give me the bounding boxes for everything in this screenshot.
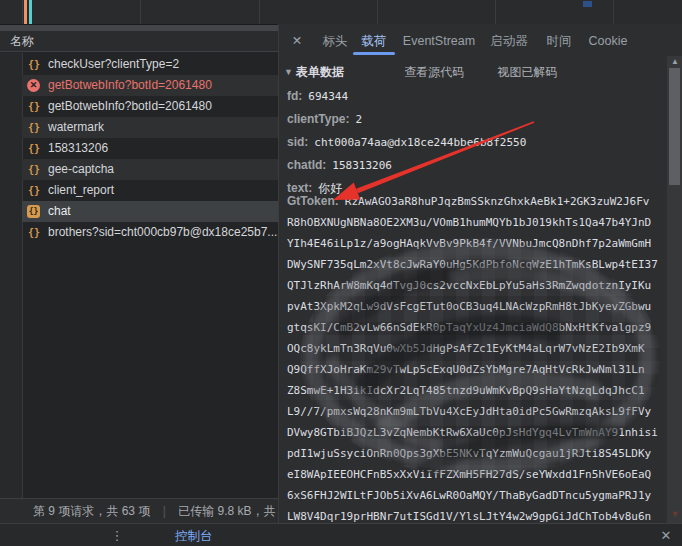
drawer-tab-console[interactable]: 控制台 xyxy=(175,525,213,546)
active-tab-underline xyxy=(353,52,395,55)
xhr-request-icon: {} xyxy=(27,142,41,155)
overview-gridline xyxy=(259,0,260,24)
field-key: clientType: xyxy=(287,112,349,126)
payload-field-gttoken: GtToken:RzAwAGO3aR8huPJqzBmSSknzGhxkAeBk… xyxy=(287,191,665,523)
drawer-bar: ⋮ 控制台 ✕ xyxy=(0,523,682,546)
tab-cookie[interactable]: Cookie xyxy=(585,29,631,53)
xhr-request-icon-selected: {} xyxy=(27,205,40,218)
request-count-text: 第 9 项请求，共 63 项 xyxy=(33,504,150,518)
form-data-title: 表单数据 xyxy=(296,65,344,79)
view-decoded-link[interactable]: 视图已解码 xyxy=(498,65,558,79)
request-row-checkuser[interactable]: {} checkUser?clientType=2 xyxy=(22,54,278,75)
request-row-brothers[interactable]: {} brothers?sid=cht000cb97b@dx18ce25b7..… xyxy=(22,222,278,243)
xhr-request-icon: {} xyxy=(27,100,41,113)
request-label: getBotwebInfo?botId=2061480 xyxy=(48,78,212,92)
request-row-watermark[interactable]: {} watermark xyxy=(22,117,278,138)
request-row-gee-captcha[interactable]: {} gee-captcha xyxy=(22,159,278,180)
field-value: cht000a74aa@dx18ce244bbe6b8f2550 xyxy=(314,136,526,149)
request-list: {} checkUser?clientType=2 ✕ getBotwebInf… xyxy=(0,53,278,498)
token-line: QTJlzRhArW8mKq4dTvgJ0cs2vccNxEbLpYu5aHs3… xyxy=(287,275,665,296)
request-row-158313206[interactable]: {} 158313206 xyxy=(22,138,278,159)
request-row-chat[interactable]: {} chat xyxy=(22,201,278,222)
status-separator: | xyxy=(163,499,166,523)
scroll-down-button[interactable]: ▼ xyxy=(669,508,681,520)
token-line: RzAwAGO3aR8huPJqzBmSSknzGhxkAeBk1+2GK3zu… xyxy=(345,195,650,208)
overview-gridline xyxy=(140,0,141,24)
view-source-link[interactable]: 查看源代码 xyxy=(404,65,464,79)
field-key: sid: xyxy=(287,135,308,149)
overview-request-marker-teal xyxy=(29,0,32,24)
request-label: client_report xyxy=(48,183,114,197)
close-details-button[interactable]: ✕ xyxy=(287,29,307,53)
error-icon: ✕ xyxy=(27,79,40,92)
token-line: R8hOBXNUgNBNa8OE2XM3u/VOmB1humMQYb1bJ019… xyxy=(287,212,665,233)
request-label: gee-captcha xyxy=(48,162,114,176)
field-value: 158313206 xyxy=(332,159,392,172)
request-label: checkUser?clientType=2 xyxy=(48,57,179,71)
tab-headers[interactable]: 标头 xyxy=(320,29,350,53)
overview-gridline xyxy=(495,0,496,24)
tab-eventstream[interactable]: EventStream xyxy=(399,29,479,53)
token-line: LW8V4Dqr19prHBNr7utISGd1V/YlsLJtY4w2w9gp… xyxy=(287,506,665,523)
drawer-close-button[interactable]: ✕ xyxy=(655,525,677,546)
scrollbar-thumb[interactable] xyxy=(669,68,680,185)
network-summary-bar: 第 9 项请求，共 63 项 | 已传输 9.8 kB，共 5 xyxy=(0,498,278,523)
token-line: YIh4E46iLp1z/a9ogHAqkVvBv9PkB4f/VVNbuJmc… xyxy=(287,233,665,254)
overview-request-marker-orange xyxy=(24,0,27,24)
overview-request-marker-blue xyxy=(583,1,592,7)
token-line: pvAt3XpkM2qLw9dVsFcgETut0oCB3uq4LNAcWzpR… xyxy=(287,296,665,317)
overview-gridline xyxy=(377,0,378,24)
field-value: 2 xyxy=(355,113,362,126)
overview-gridline xyxy=(22,0,23,24)
xhr-request-icon: {} xyxy=(27,226,41,239)
xhr-request-icon: {} xyxy=(27,121,41,134)
drawer-menu-button[interactable]: ⋮ xyxy=(110,525,124,546)
request-row-getbotwebinfo-error[interactable]: ✕ getBotwebInfo?botId=2061480 xyxy=(22,75,278,96)
field-key: fd: xyxy=(287,89,302,103)
request-label: 158313206 xyxy=(48,141,108,155)
details-tabbar: ✕ 标头 载荷 EventStream 启动器 时间 Cookie xyxy=(279,24,682,56)
token-line: L9//7/pmxsWq28nKm9mLTbVu4XcEyJdHta0idPc5… xyxy=(287,401,665,422)
token-line: Q9QffXJoHraKm29vTwLp5cExqU0dZsYbMgre7AqH… xyxy=(287,359,665,380)
collapse-caret-icon[interactable]: ▼ xyxy=(284,67,293,77)
devtools-network-panel: 名称 {} checkUser?clientType=2 ✕ getBotweb… xyxy=(0,0,682,546)
name-column-header[interactable]: 名称 xyxy=(0,31,278,52)
request-label: brothers?sid=cht000cb97b@dx18ce25b7... xyxy=(48,225,277,239)
request-label: chat xyxy=(48,204,71,218)
tab-initiator[interactable]: 启动器 xyxy=(487,29,531,53)
xhr-request-icon: {} xyxy=(27,184,41,197)
field-value: 694344 xyxy=(308,90,348,103)
token-line: Z8SmwE+1H3ikIdcXr2LqT485tnzd9uWmKvBpQ9sH… xyxy=(287,380,665,401)
field-key: chatId: xyxy=(287,158,326,172)
token-line: DVwy8GTbiBJQzL3vZqNembKtRw6XaUc0pJsHdYgq… xyxy=(287,422,665,443)
request-label: getBotwebInfo?botId=2061480 xyxy=(48,99,212,113)
token-line: DWySNF735qLm2xVt8cJwRaY0uHg5KdPbfoNcqWzE… xyxy=(287,254,665,275)
transferred-text: 已传输 9.8 kB，共 5 xyxy=(178,504,278,518)
request-label: watermark xyxy=(48,120,104,134)
xhr-request-icon: {} xyxy=(27,163,41,176)
overview-gridline xyxy=(613,0,614,24)
scroll-up-button[interactable]: ▲ xyxy=(669,57,681,67)
request-row-client-report[interactable]: {} client_report xyxy=(22,180,278,201)
token-line: gtqsKI/CmB2vLw66nSdEkR0pTaqYxUz4JmciaWdQ… xyxy=(287,317,665,338)
tab-payload[interactable]: 载荷 xyxy=(357,29,391,53)
payload-field-chatid: chatId:158313206 xyxy=(287,153,392,175)
payload-field-clienttype: clientType:2 xyxy=(287,107,362,129)
request-row-getbotwebinfo[interactable]: {} getBotwebInfo?botId=2061480 xyxy=(22,96,278,117)
token-line: pdI1wjuSsyciOnRn0Qps3gXbE5NKvTqYzmWuQcga… xyxy=(287,443,665,464)
token-line: OQc8ykLmTn3RqVu0wXb5JdHgPsAfZc1EyKtM4aLq… xyxy=(287,338,665,359)
field-key: GtToken: xyxy=(287,194,339,208)
payload-field-sid: sid:cht000a74aa@dx18ce244bbe6b8f2550 xyxy=(287,130,526,152)
token-line: eI8WApIEEOHCFnB5xXxViIfFZXmH5FH27dS/seYW… xyxy=(287,464,665,485)
tab-timing[interactable]: 时间 xyxy=(542,29,576,53)
payload-field-fd: fd:694344 xyxy=(287,84,348,106)
network-overview-timeline[interactable] xyxy=(0,0,682,25)
xhr-request-icon: {} xyxy=(27,58,41,71)
payload-panel: ▼表单数据 查看源代码 视图已解码 fd:694344 clientType:2… xyxy=(279,56,682,523)
token-line: 6xS6FHJ2WILtFJOb5iXvA6LwR0OaMQY/ThaByGad… xyxy=(287,485,665,506)
